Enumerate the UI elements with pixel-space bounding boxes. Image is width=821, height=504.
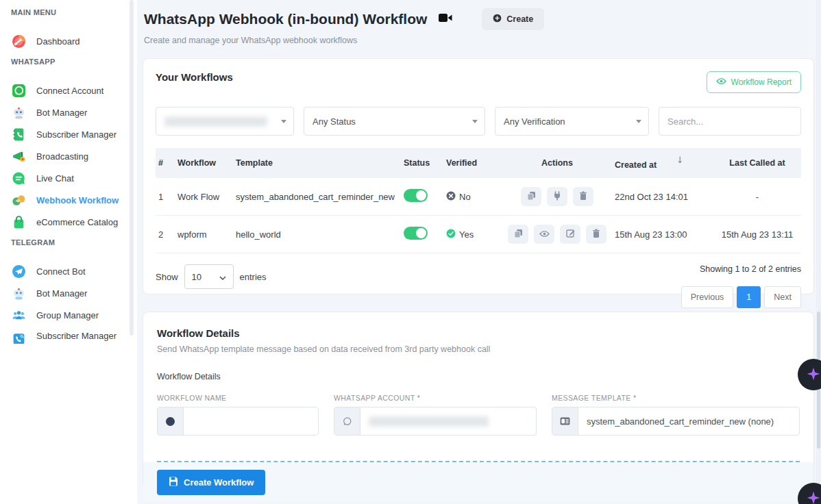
eye-icon xyxy=(539,229,550,240)
chat-bubble-icon xyxy=(11,171,26,186)
sidebar-section-whatsapp: WHATSAPP xyxy=(0,52,137,68)
status-toggle[interactable] xyxy=(404,227,428,240)
sidebar-item-group-manager[interactable]: Group Manager xyxy=(0,304,137,326)
page-subtitle: Create and manage your WhatsApp webhook … xyxy=(144,36,814,45)
workflows-table: # Workflow Template Status Verified Acti… xyxy=(156,148,801,253)
sidebar-item-broadcasting[interactable]: Broadcasting xyxy=(0,145,137,167)
page-size-select[interactable]: 10 xyxy=(184,264,234,289)
page-title: WhatsApp Webhook (in-bound) Workflow xyxy=(144,11,427,27)
details-title: Workflow Details xyxy=(157,327,800,339)
workflow-details-panel: Workflow Details Send WhatsApp template … xyxy=(143,312,814,489)
details-section-label: Workflow Details xyxy=(157,372,800,381)
whatsapp-icon xyxy=(11,83,26,98)
workflows-panel: Your Workflows Workflow Report Any Statu… xyxy=(143,58,814,294)
sidebar: MAIN MENU Dashboard WHATSAPP Connect Acc… xyxy=(0,0,137,504)
details-subtitle: Send WhatsApp template message based on … xyxy=(157,344,800,354)
sidebar-item-connect-account[interactable]: Connect Account xyxy=(0,79,137,101)
plug-button[interactable] xyxy=(547,187,567,206)
status-filter-select[interactable]: Any Status xyxy=(304,107,485,136)
sidebar-section-main-menu: MAIN MENU xyxy=(0,3,137,19)
sidebar-item-bot-manager-tg[interactable]: Bot Manager xyxy=(0,282,137,304)
verified-badge: No xyxy=(446,191,471,203)
sidebar-item-label: Connect Account xyxy=(36,86,103,96)
whatsapp-account-label: WHATSAPP ACCOUNT * xyxy=(334,394,537,402)
actions-cell xyxy=(502,178,612,215)
page-number-button[interactable]: 1 xyxy=(737,286,761,308)
message-template-group: MESSAGE TEMPLATE * system_abandoned_cart… xyxy=(552,394,800,436)
create-workflow-button[interactable]: Create Workflow xyxy=(157,470,265,495)
sort-icon[interactable] xyxy=(676,156,682,166)
entries-summary: Showing 1 to 2 of 2 entries xyxy=(681,264,801,274)
workflow-name-input[interactable] xyxy=(184,407,318,435)
message-template-select[interactable]: system_abandoned_cart_reminder_new (none… xyxy=(578,407,799,435)
workflow-report-button[interactable]: Workflow Report xyxy=(707,71,801,93)
sidebar-item-connect-bot[interactable]: Connect Bot xyxy=(0,260,137,282)
handshake-icon xyxy=(11,192,26,207)
delete-button[interactable] xyxy=(573,187,593,206)
view-button[interactable] xyxy=(534,225,554,244)
workflow-name-cell: Work Flow xyxy=(175,183,233,211)
trash-icon xyxy=(579,191,587,203)
telegram-icon xyxy=(11,264,26,279)
duplicate-button[interactable] xyxy=(508,225,528,244)
sidebar-item-label: Dashboard xyxy=(36,36,80,47)
workflow-name-addon xyxy=(158,407,184,435)
megaphone-icon xyxy=(11,149,26,164)
sidebar-item-bot-manager-wa[interactable]: Bot Manager xyxy=(0,101,137,123)
table-row: 1 Work Flow system_abandoned_cart_remind… xyxy=(156,178,801,216)
sidebar-item-subscriber-manager-wa[interactable]: Subscriber Manager xyxy=(0,123,137,145)
previous-page-button[interactable]: Previous xyxy=(681,286,734,308)
dashboard-gauge-icon xyxy=(11,34,26,49)
group-icon xyxy=(11,307,26,323)
template-cell: hello_world xyxy=(233,220,401,249)
filters-row: Any Status Any Verification xyxy=(143,93,813,136)
sidebar-section-telegram: TELEGRAM xyxy=(0,233,137,249)
circle-x-icon xyxy=(446,191,456,203)
pagination: Previous 1 Next xyxy=(681,286,801,308)
verified-badge: Yes xyxy=(446,229,474,240)
whatsapp-account-group: WHATSAPP ACCOUNT * xyxy=(334,394,537,436)
last-called-cell: - xyxy=(713,183,801,211)
circle-check-icon xyxy=(446,229,456,240)
create-button[interactable]: Create xyxy=(482,8,544,30)
sidebar-scrollbar[interactable] xyxy=(130,0,134,336)
next-page-button[interactable]: Next xyxy=(764,286,801,308)
page-scrollbar[interactable] xyxy=(816,0,821,504)
edit-button[interactable] xyxy=(560,225,580,244)
chevron-down-icon xyxy=(281,120,286,123)
message-template-label: MESSAGE TEMPLATE * xyxy=(552,394,800,402)
search-input[interactable] xyxy=(667,116,792,127)
sidebar-item-live-chat[interactable]: Live Chat xyxy=(0,167,137,189)
template-card-icon xyxy=(552,407,578,435)
sidebar-item-label: Connect Bot xyxy=(36,266,86,277)
sidebar-item-webhook-workflow[interactable]: Webhook Workflow xyxy=(0,189,137,211)
sidebar-item-label: Bot Manager xyxy=(36,288,87,299)
delete-button[interactable] xyxy=(586,225,606,244)
page-size-group: Show 10 entries xyxy=(156,264,267,289)
trash-icon xyxy=(592,229,600,240)
sidebar-item-label: eCommerce Catalog xyxy=(36,217,118,227)
video-camera-icon[interactable] xyxy=(438,12,453,27)
verification-filter-select[interactable]: Any Verification xyxy=(495,107,649,136)
search-box xyxy=(659,107,801,136)
template-cell: system_abandoned_cart_reminder_new xyxy=(233,183,401,211)
whatsapp-outline-icon xyxy=(334,407,360,435)
table-row: 2 wpform hello_world Yes 15th Aug 23 13: xyxy=(156,216,801,253)
robot-blue-icon xyxy=(11,286,26,301)
sidebar-item-dashboard[interactable]: Dashboard xyxy=(0,30,137,52)
sidebar-item-label: Group Manager xyxy=(36,310,99,320)
redacted-account-value xyxy=(164,116,267,127)
created-at-cell: 22nd Oct 23 14:01 xyxy=(612,183,713,211)
sidebar-item-ecommerce-catalog[interactable]: eCommerce Catalog xyxy=(0,211,137,233)
status-toggle[interactable] xyxy=(404,189,428,202)
sidebar-item-subscriber-manager-tg[interactable]: Subscriber Manager xyxy=(0,326,137,344)
whatsapp-account-select[interactable] xyxy=(360,407,536,435)
phone-book-blue-icon xyxy=(11,331,26,344)
account-filter-select[interactable] xyxy=(156,107,294,136)
sidebar-item-label: Webhook Workflow xyxy=(36,195,119,205)
sparkle-icon xyxy=(806,490,821,504)
chevron-down-icon xyxy=(219,272,226,282)
created-at-cell: 15th Aug 23 13:00 xyxy=(612,220,713,249)
duplicate-button[interactable] xyxy=(521,187,541,206)
workflow-name-group: WORKFLOW NAME xyxy=(157,394,319,436)
